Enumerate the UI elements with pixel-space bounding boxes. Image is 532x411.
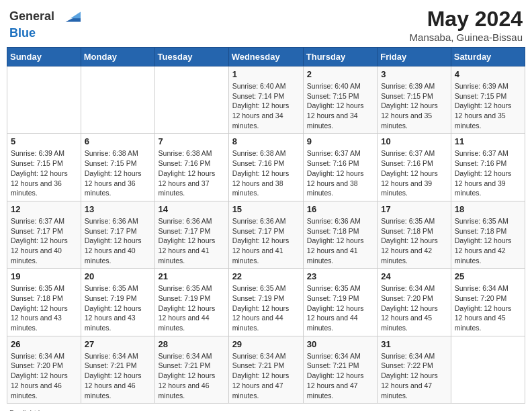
day-number: 2 xyxy=(307,69,373,79)
calendar-cell xyxy=(81,66,154,134)
calendar-cell: 21Sunrise: 6:35 AMSunset: 7:19 PMDayligh… xyxy=(154,269,228,336)
weekday-header: Friday xyxy=(378,48,451,66)
calendar-cell xyxy=(154,66,228,134)
calendar-cell: 24Sunrise: 6:34 AMSunset: 7:20 PMDayligh… xyxy=(378,269,451,336)
day-number: 29 xyxy=(232,339,300,349)
calendar-cell: 29Sunrise: 6:34 AMSunset: 7:21 PMDayligh… xyxy=(228,336,303,403)
calendar-cell: 20Sunrise: 6:35 AMSunset: 7:19 PMDayligh… xyxy=(81,269,154,336)
calendar-cell: 27Sunrise: 6:34 AMSunset: 7:21 PMDayligh… xyxy=(81,336,154,403)
day-info: Sunrise: 6:37 AMSunset: 7:16 PMDaylight:… xyxy=(455,148,521,197)
day-number: 27 xyxy=(85,339,151,349)
calendar-cell: 3Sunrise: 6:39 AMSunset: 7:15 PMDaylight… xyxy=(378,66,451,134)
day-number: 12 xyxy=(11,204,77,214)
day-info: Sunrise: 6:40 AMSunset: 7:15 PMDaylight:… xyxy=(307,81,373,130)
day-number: 22 xyxy=(232,271,300,281)
day-number: 14 xyxy=(159,204,225,214)
day-number: 9 xyxy=(307,136,373,146)
day-info: Sunrise: 6:35 AMSunset: 7:19 PMDaylight:… xyxy=(232,283,300,332)
page-header: General Blue May 2024 Mansaba, Guinea-Bi… xyxy=(7,7,525,43)
calendar-cell xyxy=(7,66,81,134)
calendar-cell: 1Sunrise: 6:40 AMSunset: 7:14 PMDaylight… xyxy=(228,66,303,134)
calendar-cell: 19Sunrise: 6:35 AMSunset: 7:18 PMDayligh… xyxy=(7,269,81,336)
weekday-header: Wednesday xyxy=(228,48,303,66)
calendar-cell: 12Sunrise: 6:37 AMSunset: 7:17 PMDayligh… xyxy=(7,201,81,268)
day-number: 7 xyxy=(159,136,225,146)
day-info: Sunrise: 6:35 AMSunset: 7:19 PMDaylight:… xyxy=(307,283,373,332)
calendar-week-row: 26Sunrise: 6:34 AMSunset: 7:20 PMDayligh… xyxy=(7,336,525,403)
calendar-body: 1Sunrise: 6:40 AMSunset: 7:14 PMDaylight… xyxy=(7,66,525,404)
day-number: 13 xyxy=(85,204,151,214)
day-number: 10 xyxy=(381,136,447,146)
day-number: 18 xyxy=(455,204,521,214)
calendar-cell: 8Sunrise: 6:38 AMSunset: 7:16 PMDaylight… xyxy=(228,134,303,201)
calendar-cell: 6Sunrise: 6:38 AMSunset: 7:15 PMDaylight… xyxy=(81,134,154,201)
day-number: 1 xyxy=(232,69,300,79)
calendar-week-row: 1Sunrise: 6:40 AMSunset: 7:14 PMDaylight… xyxy=(7,66,525,134)
weekday-header: Sunday xyxy=(7,48,81,66)
day-info: Sunrise: 6:38 AMSunset: 7:15 PMDaylight:… xyxy=(85,148,151,197)
day-info: Sunrise: 6:34 AMSunset: 7:20 PMDaylight:… xyxy=(381,283,447,332)
calendar-cell: 22Sunrise: 6:35 AMSunset: 7:19 PMDayligh… xyxy=(228,269,303,336)
day-info: Sunrise: 6:36 AMSunset: 7:17 PMDaylight:… xyxy=(85,216,151,265)
day-info: Sunrise: 6:36 AMSunset: 7:18 PMDaylight:… xyxy=(307,216,373,265)
day-info: Sunrise: 6:36 AMSunset: 7:17 PMDaylight:… xyxy=(159,216,225,265)
month-year: May 2024 xyxy=(410,7,523,32)
calendar-cell: 14Sunrise: 6:36 AMSunset: 7:17 PMDayligh… xyxy=(154,201,228,268)
calendar-cell: 30Sunrise: 6:34 AMSunset: 7:21 PMDayligh… xyxy=(303,336,377,403)
location: Mansaba, Guinea-Bissau xyxy=(410,32,523,43)
day-info: Sunrise: 6:40 AMSunset: 7:14 PMDaylight:… xyxy=(232,81,300,130)
day-info: Sunrise: 6:35 AMSunset: 7:18 PMDaylight:… xyxy=(455,216,521,265)
day-info: Sunrise: 6:34 AMSunset: 7:20 PMDaylight:… xyxy=(455,283,521,332)
calendar-cell: 13Sunrise: 6:36 AMSunset: 7:17 PMDayligh… xyxy=(81,201,154,268)
day-number: 4 xyxy=(455,69,521,79)
day-info: Sunrise: 6:34 AMSunset: 7:20 PMDaylight:… xyxy=(11,351,77,400)
day-info: Sunrise: 6:37 AMSunset: 7:16 PMDaylight:… xyxy=(381,148,447,197)
day-info: Sunrise: 6:35 AMSunset: 7:19 PMDaylight:… xyxy=(85,283,151,332)
day-number: 31 xyxy=(381,339,447,349)
calendar-cell: 15Sunrise: 6:36 AMSunset: 7:17 PMDayligh… xyxy=(228,201,303,268)
weekday-header: Thursday xyxy=(303,48,377,66)
logo-general-text: General xyxy=(9,9,54,23)
calendar-week-row: 12Sunrise: 6:37 AMSunset: 7:17 PMDayligh… xyxy=(7,201,525,268)
day-number: 20 xyxy=(85,271,151,281)
day-number: 16 xyxy=(307,204,373,214)
weekday-header: Tuesday xyxy=(154,48,228,66)
logo-blue-text: Blue xyxy=(9,26,36,40)
day-number: 24 xyxy=(381,271,447,281)
day-info: Sunrise: 6:34 AMSunset: 7:21 PMDaylight:… xyxy=(307,351,373,400)
day-info: Sunrise: 6:34 AMSunset: 7:21 PMDaylight:… xyxy=(159,351,225,400)
day-info: Sunrise: 6:36 AMSunset: 7:17 PMDaylight:… xyxy=(232,216,300,265)
calendar-cell: 5Sunrise: 6:39 AMSunset: 7:15 PMDaylight… xyxy=(7,134,81,201)
day-number: 6 xyxy=(85,136,151,146)
calendar-cell: 17Sunrise: 6:35 AMSunset: 7:18 PMDayligh… xyxy=(378,201,451,268)
calendar-cell: 16Sunrise: 6:36 AMSunset: 7:18 PMDayligh… xyxy=(303,201,377,268)
weekday-header-row: SundayMondayTuesdayWednesdayThursdayFrid… xyxy=(7,48,525,66)
day-info: Sunrise: 6:39 AMSunset: 7:15 PMDaylight:… xyxy=(455,81,521,130)
weekday-header: Saturday xyxy=(451,48,525,66)
day-number: 8 xyxy=(232,136,300,146)
calendar-cell: 23Sunrise: 6:35 AMSunset: 7:19 PMDayligh… xyxy=(303,269,377,336)
day-info: Sunrise: 6:34 AMSunset: 7:22 PMDaylight:… xyxy=(381,351,447,400)
calendar-cell: 2Sunrise: 6:40 AMSunset: 7:15 PMDaylight… xyxy=(303,66,377,134)
day-info: Sunrise: 6:38 AMSunset: 7:16 PMDaylight:… xyxy=(159,148,225,197)
calendar-cell: 25Sunrise: 6:34 AMSunset: 7:20 PMDayligh… xyxy=(451,269,525,336)
day-info: Sunrise: 6:35 AMSunset: 7:18 PMDaylight:… xyxy=(381,216,447,265)
calendar-cell: 7Sunrise: 6:38 AMSunset: 7:16 PMDaylight… xyxy=(154,134,228,201)
day-info: Sunrise: 6:35 AMSunset: 7:18 PMDaylight:… xyxy=(11,283,77,332)
calendar-cell: 11Sunrise: 6:37 AMSunset: 7:16 PMDayligh… xyxy=(451,134,525,201)
day-info: Sunrise: 6:39 AMSunset: 7:15 PMDaylight:… xyxy=(381,81,447,130)
day-info: Sunrise: 6:39 AMSunset: 7:15 PMDaylight:… xyxy=(11,148,77,197)
calendar-cell: 31Sunrise: 6:34 AMSunset: 7:22 PMDayligh… xyxy=(378,336,451,403)
calendar-cell: 18Sunrise: 6:35 AMSunset: 7:18 PMDayligh… xyxy=(451,201,525,268)
day-number: 15 xyxy=(232,204,300,214)
day-number: 23 xyxy=(307,271,373,281)
day-number: 28 xyxy=(159,339,225,349)
weekday-header: Monday xyxy=(81,48,154,66)
day-number: 5 xyxy=(11,136,77,146)
day-number: 21 xyxy=(159,271,225,281)
day-number: 30 xyxy=(307,339,373,349)
calendar-cell: 28Sunrise: 6:34 AMSunset: 7:21 PMDayligh… xyxy=(154,336,228,403)
calendar-table: SundayMondayTuesdayWednesdayThursdayFrid… xyxy=(7,47,525,404)
day-number: 25 xyxy=(455,271,521,281)
day-number: 17 xyxy=(381,204,447,214)
